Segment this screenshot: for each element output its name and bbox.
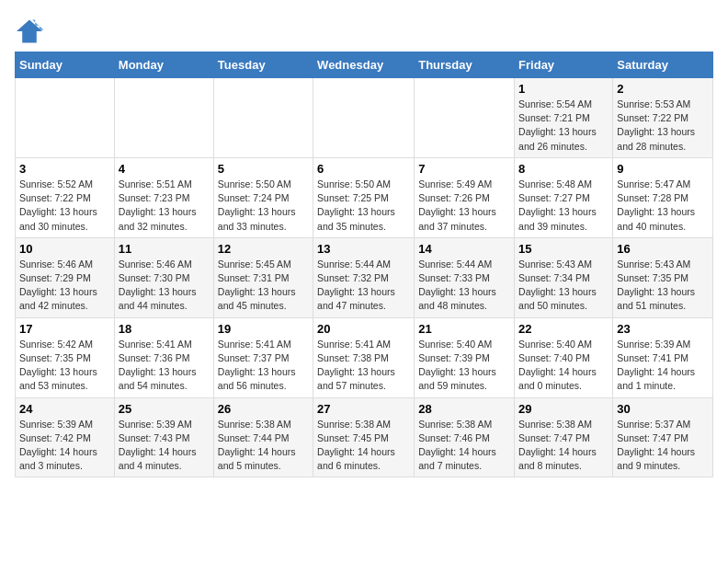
day-info: Sunrise: 5:45 AM Sunset: 7:31 PM Dayligh…: [218, 258, 309, 314]
calendar-cell: 22Sunrise: 5:40 AM Sunset: 7:40 PM Dayli…: [515, 317, 613, 397]
calendar-cell: 8Sunrise: 5:48 AM Sunset: 7:27 PM Daylig…: [515, 157, 613, 237]
day-number: 9: [617, 162, 709, 176]
day-number: 7: [418, 162, 510, 176]
calendar-cell: 29Sunrise: 5:38 AM Sunset: 7:47 PM Dayli…: [515, 397, 613, 477]
calendar-cell: 13Sunrise: 5:44 AM Sunset: 7:32 PM Dayli…: [313, 237, 415, 317]
day-info: Sunrise: 5:38 AM Sunset: 7:47 PM Dayligh…: [518, 418, 609, 474]
day-number: 18: [119, 322, 210, 336]
calendar-table: SundayMondayTuesdayWednesdayThursdayFrid…: [15, 52, 713, 477]
calendar-cell: 25Sunrise: 5:39 AM Sunset: 7:43 PM Dayli…: [114, 397, 213, 477]
day-number: 28: [418, 402, 510, 416]
day-info: Sunrise: 5:46 AM Sunset: 7:29 PM Dayligh…: [19, 258, 110, 314]
day-info: Sunrise: 5:46 AM Sunset: 7:30 PM Dayligh…: [119, 258, 210, 314]
day-info: Sunrise: 5:41 AM Sunset: 7:37 PM Dayligh…: [218, 338, 309, 394]
day-info: Sunrise: 5:38 AM Sunset: 7:44 PM Dayligh…: [218, 418, 309, 474]
calendar-cell: 1Sunrise: 5:54 AM Sunset: 7:21 PM Daylig…: [515, 78, 613, 158]
weekday-header-wednesday: Wednesday: [313, 52, 415, 78]
calendar-cell: 2Sunrise: 5:53 AM Sunset: 7:22 PM Daylig…: [613, 78, 713, 158]
calendar-cell: [114, 78, 213, 158]
calendar-week-0: 1Sunrise: 5:54 AM Sunset: 7:21 PM Daylig…: [16, 78, 713, 158]
day-number: 24: [19, 402, 110, 416]
day-number: 16: [617, 242, 709, 256]
day-info: Sunrise: 5:44 AM Sunset: 7:32 PM Dayligh…: [317, 258, 410, 314]
calendar-cell: 26Sunrise: 5:38 AM Sunset: 7:44 PM Dayli…: [213, 397, 313, 477]
day-number: 2: [617, 82, 709, 96]
calendar-cell: 9Sunrise: 5:47 AM Sunset: 7:28 PM Daylig…: [613, 157, 713, 237]
weekday-header-tuesday: Tuesday: [213, 52, 313, 78]
day-number: 30: [617, 402, 709, 416]
day-number: 20: [317, 322, 410, 336]
calendar-body: 1Sunrise: 5:54 AM Sunset: 7:21 PM Daylig…: [16, 78, 713, 477]
calendar-cell: 4Sunrise: 5:51 AM Sunset: 7:23 PM Daylig…: [114, 157, 213, 237]
weekday-header-monday: Monday: [114, 52, 213, 78]
day-number: 26: [218, 402, 309, 416]
calendar-cell: 7Sunrise: 5:49 AM Sunset: 7:26 PM Daylig…: [415, 157, 515, 237]
calendar-cell: 16Sunrise: 5:43 AM Sunset: 7:35 PM Dayli…: [613, 237, 713, 317]
logo: [15, 18, 46, 44]
calendar-week-1: 3Sunrise: 5:52 AM Sunset: 7:22 PM Daylig…: [16, 157, 713, 237]
calendar-cell: 27Sunrise: 5:38 AM Sunset: 7:45 PM Dayli…: [313, 397, 415, 477]
day-number: 13: [317, 242, 410, 256]
day-info: Sunrise: 5:54 AM Sunset: 7:21 PM Dayligh…: [518, 98, 609, 154]
calendar-cell: 12Sunrise: 5:45 AM Sunset: 7:31 PM Dayli…: [213, 237, 313, 317]
calendar-header: SundayMondayTuesdayWednesdayThursdayFrid…: [16, 52, 713, 78]
day-info: Sunrise: 5:48 AM Sunset: 7:27 PM Dayligh…: [518, 178, 609, 234]
day-number: 1: [518, 82, 609, 96]
day-info: Sunrise: 5:38 AM Sunset: 7:46 PM Dayligh…: [418, 418, 510, 474]
day-number: 5: [218, 162, 309, 176]
calendar-cell: 17Sunrise: 5:42 AM Sunset: 7:35 PM Dayli…: [16, 317, 115, 397]
calendar-cell: 6Sunrise: 5:50 AM Sunset: 7:25 PM Daylig…: [313, 157, 415, 237]
calendar-cell: 11Sunrise: 5:46 AM Sunset: 7:30 PM Dayli…: [114, 237, 213, 317]
day-info: Sunrise: 5:43 AM Sunset: 7:35 PM Dayligh…: [617, 258, 709, 314]
day-number: 22: [518, 322, 609, 336]
day-info: Sunrise: 5:50 AM Sunset: 7:25 PM Dayligh…: [317, 178, 410, 234]
day-number: 19: [218, 322, 309, 336]
day-info: Sunrise: 5:40 AM Sunset: 7:40 PM Dayligh…: [518, 338, 609, 394]
day-info: Sunrise: 5:53 AM Sunset: 7:22 PM Dayligh…: [617, 98, 709, 154]
calendar-cell: 28Sunrise: 5:38 AM Sunset: 7:46 PM Dayli…: [415, 397, 515, 477]
day-number: 10: [19, 242, 110, 256]
calendar-cell: [16, 78, 115, 158]
svg-marker-0: [17, 20, 42, 43]
day-number: 27: [317, 402, 410, 416]
calendar-cell: [313, 78, 415, 158]
calendar-cell: 10Sunrise: 5:46 AM Sunset: 7:29 PM Dayli…: [16, 237, 115, 317]
day-info: Sunrise: 5:52 AM Sunset: 7:22 PM Dayligh…: [19, 178, 110, 234]
weekday-header-thursday: Thursday: [415, 52, 515, 78]
day-info: Sunrise: 5:39 AM Sunset: 7:43 PM Dayligh…: [119, 418, 210, 474]
day-info: Sunrise: 5:37 AM Sunset: 7:47 PM Dayligh…: [617, 418, 709, 474]
weekday-header-friday: Friday: [515, 52, 613, 78]
day-info: Sunrise: 5:49 AM Sunset: 7:26 PM Dayligh…: [418, 178, 510, 234]
day-info: Sunrise: 5:40 AM Sunset: 7:39 PM Dayligh…: [418, 338, 510, 394]
calendar-cell: 5Sunrise: 5:50 AM Sunset: 7:24 PM Daylig…: [213, 157, 313, 237]
calendar-cell: 21Sunrise: 5:40 AM Sunset: 7:39 PM Dayli…: [415, 317, 515, 397]
weekday-header-sunday: Sunday: [16, 52, 115, 78]
calendar-cell: 15Sunrise: 5:43 AM Sunset: 7:34 PM Dayli…: [515, 237, 613, 317]
calendar-cell: [213, 78, 313, 158]
day-number: 14: [418, 242, 510, 256]
page-header: [15, 15, 713, 44]
day-number: 3: [19, 162, 110, 176]
day-info: Sunrise: 5:39 AM Sunset: 7:42 PM Dayligh…: [19, 418, 110, 474]
day-info: Sunrise: 5:38 AM Sunset: 7:45 PM Dayligh…: [317, 418, 410, 474]
day-info: Sunrise: 5:51 AM Sunset: 7:23 PM Dayligh…: [119, 178, 210, 234]
day-number: 23: [617, 322, 709, 336]
day-info: Sunrise: 5:43 AM Sunset: 7:34 PM Dayligh…: [518, 258, 609, 314]
calendar-cell: 23Sunrise: 5:39 AM Sunset: 7:41 PM Dayli…: [613, 317, 713, 397]
calendar-cell: 24Sunrise: 5:39 AM Sunset: 7:42 PM Dayli…: [16, 397, 115, 477]
day-number: 12: [218, 242, 309, 256]
day-number: 25: [119, 402, 210, 416]
day-number: 17: [19, 322, 110, 336]
day-number: 21: [418, 322, 510, 336]
day-number: 29: [518, 402, 609, 416]
calendar-week-2: 10Sunrise: 5:46 AM Sunset: 7:29 PM Dayli…: [16, 237, 713, 317]
calendar-cell: 30Sunrise: 5:37 AM Sunset: 7:47 PM Dayli…: [613, 397, 713, 477]
logo-icon: [15, 18, 44, 44]
day-info: Sunrise: 5:50 AM Sunset: 7:24 PM Dayligh…: [218, 178, 309, 234]
day-info: Sunrise: 5:41 AM Sunset: 7:36 PM Dayligh…: [119, 338, 210, 394]
calendar-week-4: 24Sunrise: 5:39 AM Sunset: 7:42 PM Dayli…: [16, 397, 713, 477]
day-number: 6: [317, 162, 410, 176]
day-info: Sunrise: 5:39 AM Sunset: 7:41 PM Dayligh…: [617, 338, 709, 394]
calendar-cell: 18Sunrise: 5:41 AM Sunset: 7:36 PM Dayli…: [114, 317, 213, 397]
day-info: Sunrise: 5:41 AM Sunset: 7:38 PM Dayligh…: [317, 338, 410, 394]
